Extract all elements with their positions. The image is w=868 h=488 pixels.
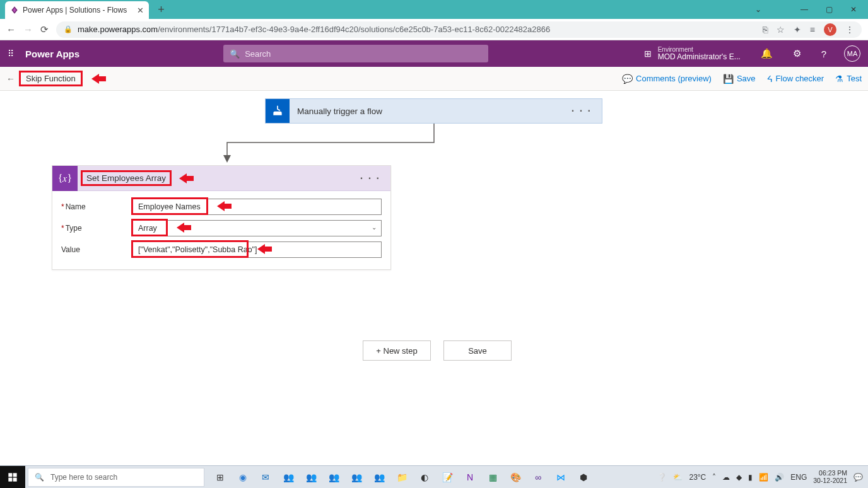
window-minimize-icon[interactable]: — [801, 5, 808, 14]
teams-icon[interactable]: 👥 [323, 468, 344, 487]
start-button[interactable] [0, 466, 25, 489]
svg-rect-3 [13, 477, 17, 481]
user-avatar[interactable]: MA [844, 45, 860, 62]
taskbar-apps: ⊞ ◉ ✉ 👥 👥 👥 👥 👥 📁 ◐ 📝 N ▦ 🎨 ∞ ⋈ ⬢ [209, 468, 594, 487]
extensions-icon[interactable]: ✦ [794, 25, 801, 35]
search-input[interactable] [245, 49, 482, 59]
trigger-icon [266, 99, 290, 123]
temperature[interactable]: 23°C [689, 473, 706, 482]
card-menu-icon[interactable]: · · · [572, 105, 592, 117]
new-step-button[interactable]: + New step [363, 340, 431, 361]
environment-icon: ⊞ [644, 49, 652, 59]
nav-back-icon[interactable]: ← [6, 24, 16, 35]
variable-icon: {𝑥} [52, 166, 78, 191]
settings-gear-icon[interactable]: ⚙ [793, 48, 801, 59]
clock[interactable]: 06:23 PM 30-12-2021 [813, 470, 847, 484]
notes-icon[interactable]: 📝 [437, 468, 458, 487]
type-select[interactable] [132, 220, 382, 236]
value-field-label: Value [61, 241, 132, 254]
checker-icon: ᔦ [767, 74, 773, 84]
notifications-tray-icon[interactable]: 💬 [853, 473, 863, 482]
explorer-icon[interactable]: 📁 [391, 468, 413, 487]
flow-canvas: Manually trigger a flow · · · {𝑥} Set Em… [0, 91, 868, 116]
tab-close-icon[interactable]: ✕ [137, 6, 144, 15]
vs-icon[interactable]: ∞ [527, 468, 549, 487]
help-icon[interactable]: ? [821, 49, 826, 59]
environment-value: MOD Administrator's E... [658, 53, 741, 61]
search-icon: 🔍 [230, 49, 240, 59]
onenote-icon[interactable]: N [459, 468, 481, 487]
chrome-icon[interactable]: ◐ [414, 468, 435, 487]
app-launcher-icon[interactable]: ⠿ [8, 49, 14, 59]
flow-title[interactable]: Skip Function [19, 71, 83, 86]
volume-icon[interactable]: 🔊 [775, 473, 784, 482]
task-view-icon[interactable]: ⊞ [209, 468, 231, 487]
edge-icon[interactable]: ◉ [232, 468, 254, 487]
powerapps-icon [10, 6, 19, 15]
tray-chevron-icon[interactable]: ˄ [712, 473, 716, 482]
search-icon: 🔍 [35, 473, 44, 482]
bookmark-icon[interactable]: ☆ [777, 25, 785, 35]
action-title: Set Employees Array [81, 170, 172, 186]
app-header: ⠿ Power Apps 🔍 ⊞ Environment MOD Adminis… [0, 40, 868, 67]
save-flow-button[interactable]: Save [443, 340, 512, 361]
excel-icon[interactable]: ▦ [482, 468, 503, 487]
trigger-label: Manually trigger a flow [297, 107, 382, 116]
install-app-icon[interactable]: ⎘ [763, 25, 768, 35]
name-input[interactable] [132, 199, 382, 215]
new-tab-button[interactable]: + [158, 3, 165, 16]
app-icon[interactable]: ⬢ [573, 468, 594, 487]
teams-icon[interactable]: 👥 [300, 468, 322, 487]
svg-rect-2 [8, 477, 12, 481]
tray-app-icon[interactable]: ◆ [736, 473, 742, 482]
vscode-icon[interactable]: ⋈ [550, 468, 572, 487]
name-field-label: *Name [61, 199, 132, 211]
teams-icon[interactable]: 👥 [278, 468, 299, 487]
save-button[interactable]: 💾Save [723, 74, 756, 84]
save-icon: 💾 [723, 74, 734, 84]
action-card: {𝑥} Set Employees Array · · · *Name *Typ… [52, 165, 391, 270]
annotation-arrow-icon [257, 244, 274, 254]
back-arrow-icon[interactable]: ← [6, 74, 15, 84]
help-tray-icon[interactable]: ❔ [657, 473, 667, 482]
type-field-label: *Type [61, 220, 132, 233]
trigger-card[interactable]: Manually trigger a flow · · · [265, 98, 602, 124]
battery-icon[interactable]: ▮ [748, 473, 753, 482]
address-bar[interactable]: 🔒 make.powerapps.com/environments/1771a4… [56, 21, 862, 38]
window-maximize-icon[interactable]: ▢ [826, 5, 833, 14]
profile-avatar[interactable]: V [824, 23, 836, 36]
nav-forward-icon[interactable]: → [23, 24, 33, 35]
browser-menu-icon[interactable]: ⋮ [845, 25, 854, 35]
card-menu-icon[interactable]: · · · [360, 173, 380, 184]
nav-reload-icon[interactable]: ⟳ [40, 24, 49, 35]
action-header[interactable]: {𝑥} Set Employees Array · · · [52, 166, 390, 191]
taskbar-search-placeholder: Type here to search [50, 473, 117, 482]
wifi-icon[interactable]: 📶 [759, 473, 768, 482]
command-bar: ← Skip Function 💬Comments (preview) 💾Sav… [0, 67, 868, 91]
language-indicator[interactable]: ENG [790, 473, 807, 482]
annotation-arrow-icon [91, 74, 108, 84]
annotation-arrow-icon [179, 173, 196, 183]
notifications-icon[interactable]: 🔔 [761, 48, 773, 59]
onedrive-icon[interactable]: ☁ [722, 473, 730, 482]
reading-list-icon[interactable]: ≡ [810, 25, 815, 35]
test-button[interactable]: ⚗Test [835, 74, 862, 84]
windows-taskbar: 🔍 Type here to search ⊞ ◉ ✉ 👥 👥 👥 👥 👥 📁 … [0, 465, 868, 488]
comments-button[interactable]: 💬Comments (preview) [622, 74, 712, 84]
global-search[interactable]: 🔍 [223, 45, 488, 62]
tab-dropdown-icon[interactable]: ⌄ [755, 5, 761, 14]
browser-tab[interactable]: Power Apps | Solutions - Flows ✕ [5, 1, 149, 19]
weather-icon[interactable]: ⛅ [673, 473, 683, 482]
teams-icon[interactable]: 👥 [346, 468, 367, 487]
teams-icon[interactable]: 👥 [368, 468, 390, 487]
taskbar-search[interactable]: 🔍 Type here to search [28, 468, 204, 487]
window-close-icon[interactable]: ✕ [850, 5, 857, 14]
paint-icon[interactable]: 🎨 [505, 468, 526, 487]
environment-picker[interactable]: ⊞ Environment MOD Administrator's E... [644, 46, 741, 61]
flow-checker-button[interactable]: ᔦFlow checker [767, 74, 824, 84]
environment-label: Environment [658, 46, 741, 53]
outlook-icon[interactable]: ✉ [255, 468, 276, 487]
browser-titlebar: Power Apps | Solutions - Flows ✕ + ⌄ — ▢… [0, 0, 868, 19]
comment-icon: 💬 [622, 74, 633, 84]
connector-arrow [220, 124, 447, 168]
